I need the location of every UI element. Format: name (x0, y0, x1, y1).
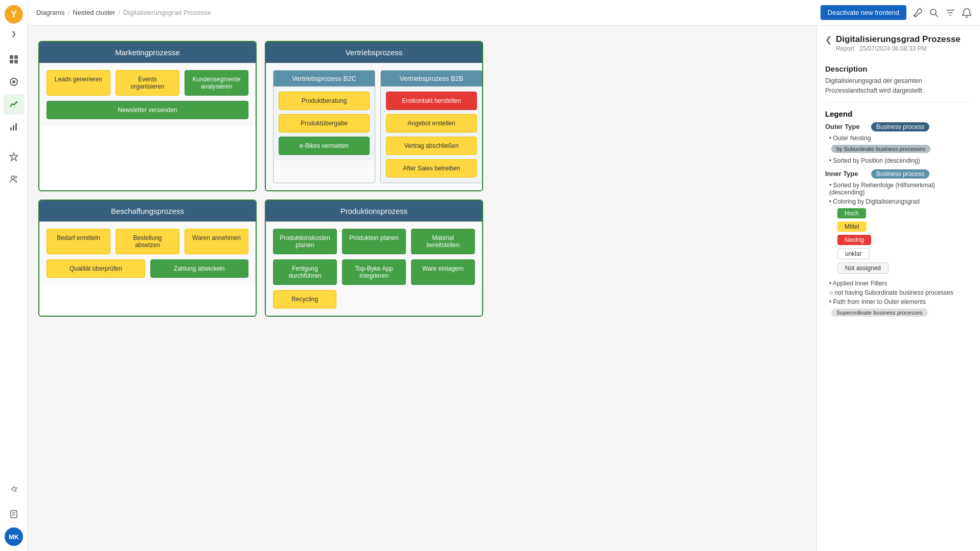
sidebar-icon-bar[interactable] (4, 117, 24, 137)
process-item[interactable]: Material bereitstellen (411, 229, 475, 254)
breadcrumb: Diagrams / Nested cluster / Digitalisier… (36, 9, 211, 16)
outer-nesting-badge: by Subordinate business processes (831, 145, 930, 153)
path-label: • Path from Inner to Outer elements (829, 298, 972, 305)
content-area: Marketingprozesse Leads generieren Event… (28, 26, 980, 551)
svg-rect-1 (14, 55, 18, 59)
wrench-icon[interactable] (913, 8, 923, 18)
panel-toggle-icon[interactable]: ❮ (825, 35, 832, 45)
svg-rect-7 (13, 125, 14, 130)
chip-niedrig: Niedrig (837, 235, 871, 245)
svg-rect-3 (14, 60, 18, 63)
inner-type-badge: Business process (871, 169, 929, 179)
breadcrumb-nested-cluster[interactable]: Nested cluster (73, 9, 115, 16)
sidebar-icon-users[interactable] (4, 169, 24, 189)
outer-nesting-label: • Outer Nesting (829, 135, 972, 142)
process-item[interactable]: Produktberatung (279, 92, 370, 110)
process-item[interactable]: Ware einlagern (411, 259, 475, 285)
inner-type-label: Inner Type (825, 170, 866, 178)
inner-cluster-b2c-header: Vertriebsprozess B2C (274, 71, 375, 86)
chip-hoch: Hoch (837, 208, 866, 218)
cluster-beschaffung-body: Bedarf ermitteln Bestellung absetzen War… (39, 222, 256, 285)
cluster-marketing-body: Leads generieren Events organisieren Kun… (39, 63, 256, 126)
main-area: Diagrams / Nested cluster / Digitalisier… (28, 0, 980, 551)
inner-cluster-b2b-header: Vertriebsprozess B2B (381, 71, 482, 86)
sidebar-icon-settings[interactable] (4, 479, 24, 500)
panel-meta: Report 25/07/2024 06:08:33 PM (836, 45, 961, 52)
description-title: Description (825, 64, 972, 73)
process-item[interactable]: Vertrag abschließen (386, 137, 477, 155)
filter-icon[interactable] (945, 8, 955, 18)
cluster-grid: Marketingprozesse Leads generieren Event… (38, 41, 483, 317)
applied-filters-label: • Applied Inner Filters (829, 280, 972, 287)
chip-not-assigned: Not assigned (837, 262, 888, 274)
outer-type-row: Outer Type Business process (825, 122, 972, 131)
sidebar-expand-icon[interactable]: ❯ (8, 28, 20, 40)
chip-mittel: Mittel (837, 222, 867, 232)
process-item[interactable]: Events organisieren (116, 70, 179, 96)
inner-cluster-b2b: Vertriebsprozess B2B Erstkontakt herstel… (380, 70, 483, 183)
process-item[interactable]: Bedarf ermitteln (47, 229, 110, 254)
process-item[interactable]: Bestellung absetzen (116, 229, 179, 254)
divider (825, 102, 972, 102)
svg-point-11 (15, 176, 17, 178)
topbar: Diagrams / Nested cluster / Digitalisier… (28, 0, 980, 26)
svg-rect-0 (10, 55, 13, 59)
breadcrumb-diagrams[interactable]: Diagrams (36, 9, 65, 16)
process-item[interactable]: Angebot erstellen (386, 114, 477, 133)
svg-rect-2 (10, 60, 13, 63)
cluster-vertrieb-header: Vertriebsprozess (266, 42, 482, 63)
process-item[interactable]: Recycling (273, 290, 336, 308)
process-item[interactable]: Qualität überprüfen (47, 259, 145, 278)
cluster-beschaffung: Beschaffungsprozess Bedarf ermitteln Bes… (38, 200, 257, 317)
process-item[interactable]: e-Bikes vermieten (279, 137, 370, 155)
sidebar-icon-circle[interactable] (4, 72, 24, 92)
chip-unklar: unklar (837, 248, 870, 259)
breadcrumb-sep-1: / (68, 9, 70, 16)
process-item[interactable]: Top-Byke App integrieren (342, 259, 406, 285)
inner-coloring-label: • Coloring by Digitalisierungsgrad (829, 198, 972, 205)
sidebar-icon-book[interactable] (4, 504, 24, 524)
inner-sorted-label: • Sorted by Reihenfolge (Hilfsmerkmal) (… (829, 182, 972, 196)
process-item[interactable]: Newsletter versenden (47, 101, 248, 119)
panel-title: Digitalisierungsgrad Prozesse (836, 34, 961, 45)
inner-type-row: Inner Type Business process (825, 169, 972, 179)
breadcrumb-sep-2: / (118, 9, 120, 16)
sidebar-icon-star[interactable] (4, 146, 24, 167)
outer-type-badge: Business process (871, 122, 929, 131)
cluster-marketing: Marketingprozesse Leads generieren Event… (38, 41, 257, 191)
process-item[interactable]: Produktionskosten planen (273, 229, 337, 254)
sidebar-bottom: MK (4, 478, 24, 546)
process-item[interactable]: Fertigung durchführen (273, 259, 337, 285)
svg-marker-9 (10, 153, 18, 161)
color-chips: Hoch Mittel Niedrig unklar Not assigned (831, 207, 972, 276)
process-item[interactable]: Waren annehmen (185, 229, 248, 254)
app-logo[interactable]: Y (5, 5, 23, 24)
process-item[interactable]: Produktion planen (342, 229, 406, 254)
cluster-marketing-header: Marketingprozesse (39, 42, 256, 63)
svg-rect-6 (10, 127, 12, 130)
deactivate-button[interactable]: Deactivate new frontend (821, 5, 906, 20)
breadcrumb-current: Digitalisierungsgrad Prozesse (123, 9, 211, 16)
svg-line-17 (936, 14, 938, 17)
sidebar-icon-chart[interactable] (4, 94, 24, 115)
process-item[interactable]: Zahlung abwickeln (150, 259, 249, 278)
svg-point-16 (930, 9, 936, 15)
sidebar: Y ❯ (0, 0, 28, 551)
right-panel: ❮ Digitalisierungsgrad Prozesse Report 2… (816, 26, 980, 551)
process-item[interactable]: Produktübergabe (279, 114, 370, 133)
process-item[interactable]: Leads generieren (47, 70, 110, 96)
cluster-beschaffung-header: Beschaffungsprozess (39, 201, 256, 222)
svg-point-5 (12, 80, 15, 83)
process-item[interactable]: Erstkontakt herstellen (386, 92, 477, 110)
sidebar-icon-grid[interactable] (4, 49, 24, 70)
outer-type-label: Outer Type (825, 123, 866, 130)
filter-item: ○ not having Subordinate business proces… (829, 289, 972, 296)
process-item[interactable]: After Sales betreiben (386, 159, 477, 178)
topbar-right: Deactivate new frontend (821, 5, 972, 20)
notification-icon[interactable] (962, 8, 972, 18)
process-item[interactable]: Kundensegmente analysieren (185, 70, 248, 96)
avatar[interactable]: MK (5, 527, 23, 546)
diagram-area: Marketingprozesse Leads generieren Event… (28, 26, 816, 551)
cluster-produktion-header: Produktionsprozess (266, 201, 482, 222)
search-icon[interactable] (929, 8, 939, 18)
